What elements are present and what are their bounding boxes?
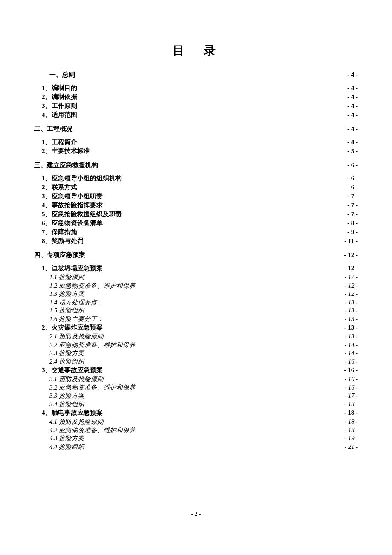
toc-entry-label: 1、边坡坍塌应急预案 [42,265,103,272]
toc-entry-label: 6、应急物资设备清单 [42,220,103,226]
toc-entry-label: 8、奖励与处罚 [42,238,84,244]
toc-entry: 2、联系方式- 6 - [34,184,358,191]
toc-entry: 4、事故抢险指挥要求- 7 - [34,202,358,208]
toc-entry-label: 2、联系方式 [42,184,77,191]
toc-entry: 2、编制依据- 4 - [34,94,358,100]
toc-entry: 2、主要技术标准- 5 - [34,148,358,154]
toc-entry-page: - 17 - [345,393,358,399]
toc-entry-page: - 21 - [345,444,358,450]
toc-entry-label: 4.1 预防及抢险原则 [49,419,104,425]
toc-entry-label: 1、编制目的 [42,85,77,91]
toc-entry-label: 3、交通事故应急预案 [42,367,103,373]
toc-entry-label: 3.4 抢险组织 [49,401,84,408]
toc-entry-label: 7、保障措施 [42,229,77,235]
toc-entry-page: - 4 - [347,94,358,100]
toc-entry: 1、编制目的- 4 - [34,85,358,91]
toc-entry: 一、总则- 4 - [34,72,358,78]
toc-entry: 2.4 抢险组织- 16 - [34,358,358,365]
toc-entry: 8、奖励与处罚- 11 - [34,238,358,244]
toc-entry-page: - 12 - [344,252,358,258]
toc-entry-label: 2.1 预防及抢险原则 [49,333,104,340]
toc-entry: 2、火灾爆炸应急预案- 13 - [34,324,358,331]
toc-entry-page: - 12 - [345,274,358,280]
toc-entry: 1.3 抢险方案- 12 - [34,291,358,297]
toc-entry-label: 5、应急抢险救援组织及职责 [42,211,122,217]
toc-entry: 四、专项应急预案- 12 - [34,252,358,258]
toc-entry: 3、交通事故应急预案- 16 - [34,367,358,373]
toc-entry-page: - 12 - [344,265,358,272]
toc-entry-label: 4.2 应急物资准备、维护和保养 [49,427,135,434]
toc-entry: 3.1 预防及抢险原则- 16 - [34,376,358,382]
toc-entry-page: - 6 - [347,162,358,168]
page: 目 录 一、总则- 4 -1、编制目的- 4 -2、编制依据- 4 -3、工作原… [0,0,392,469]
toc-entry-page: - 13 - [345,333,358,340]
toc-entry: 2.1 预防及抢险原则- 13 - [34,333,358,340]
toc-entry: 1、应急领导小组的组织机构- 6 - [34,175,358,182]
toc-entry: 1.5 抢险组织- 13 - [34,307,358,314]
toc-entry-label: 1.6 抢险主要分工： [49,316,104,322]
toc-entry-page: - 4 - [347,112,358,118]
toc-entry: 6、应急物资设备清单- 8 - [34,220,358,226]
toc-entry: 4.1 预防及抢险原则- 18 - [34,419,358,425]
toc-entry: 7、保障措施- 9 - [34,229,358,235]
toc-entry-page: - 13 - [344,324,358,331]
toc-entry-label: 3.2 应急物资准备、维护和保养 [49,384,135,391]
toc-entry: 1、边坡坍塌应急预案- 12 - [34,265,358,272]
toc-entry: 3.3 抢险方案- 17 - [34,393,358,399]
toc-entry-label: 4.3 抢险方案 [49,435,84,442]
toc-entry-label: 4、触电事故应急预案 [42,410,103,416]
toc-entry-page: - 16 - [345,384,358,391]
toc-entry-page: - 13 - [345,299,358,306]
toc-entry-label: 一、总则 [49,72,75,78]
toc-entry-label: 1.3 抢险方案 [49,291,84,297]
toc-entry: 4、适用范围- 4 - [34,112,358,118]
toc-entry-page: - 12 - [345,291,358,297]
toc-entry: 1、工程简介- 4 - [34,139,358,145]
toc-entry-label: 3、应急领导小组职责 [42,193,103,199]
toc-entry-page: - 14 - [345,350,358,356]
toc-entry-label: 3、工作原则 [42,103,77,109]
toc-entry-label: 2.3 抢险方案 [49,350,84,356]
toc-entry-page: - 7 - [347,211,358,217]
toc-entry-label: 2.2 应急物资准备、维护和保养 [49,342,135,348]
toc-entry: 3、工作原则- 4 - [34,103,358,109]
toc-entry: 1.6 抢险主要分工：- 13 - [34,316,358,322]
toc-entry: 5、应急抢险救援组织及职责- 7 - [34,211,358,217]
toc-entry: 2.3 抢险方案- 14 - [34,350,358,356]
page-title: 目 录 [34,43,358,59]
toc-entry-page: - 4 - [347,126,358,132]
toc-entry-page: - 7 - [347,193,358,199]
toc-entry-label: 1.5 抢险组织 [49,307,84,314]
toc-entry-label: 3.3 抢险方案 [49,393,84,399]
toc-entry-label: 三、建立应急救援机构 [34,162,98,168]
toc-entry-page: - 19 - [345,435,358,442]
toc-entry: 1.2 应急物资准备、维护和保养- 12 - [34,283,358,289]
toc-entry-label: 1.2 应急物资准备、维护和保养 [49,283,135,289]
toc-entry-page: - 4 - [347,85,358,91]
toc-entry-page: - 4 - [347,139,358,145]
toc-entry-page: - 16 - [345,376,358,382]
toc-entry-page: - 6 - [347,175,358,182]
toc-entry-label: 1.1 抢险原则 [49,274,84,280]
toc-entry: 1.1 抢险原则- 12 - [34,274,358,280]
toc-entry-label: 1、应急领导小组的组织机构 [42,175,122,182]
toc-entry-label: 1、工程简介 [42,139,77,145]
toc-entry-page: - 9 - [347,229,358,235]
toc-entry-page: - 4 - [347,103,358,109]
table-of-contents: 一、总则- 4 -1、编制目的- 4 -2、编制依据- 4 -3、工作原则- 4… [34,72,358,450]
toc-entry-label: 2、编制依据 [42,94,77,100]
toc-entry-page: - 14 - [345,342,358,348]
toc-entry-page: - 16 - [345,358,358,365]
toc-entry-page: - 18 - [344,410,358,416]
toc-entry: 3、应急领导小组职责- 7 - [34,193,358,199]
page-number: - 2 - [0,511,392,517]
toc-entry: 3.2 应急物资准备、维护和保养- 16 - [34,384,358,391]
toc-entry-label: 四、专项应急预案 [34,252,85,258]
toc-entry-label: 二、工程概况 [34,126,72,132]
toc-entry-page: - 16 - [344,367,358,373]
toc-entry-label: 2、火灾爆炸应急预案 [42,324,103,331]
toc-entry-page: - 18 - [345,427,358,434]
toc-entry-page: - 8 - [347,220,358,226]
toc-entry: 三、建立应急救援机构- 6 - [34,162,358,168]
toc-entry: 1.4 塌方处理要点：- 13 - [34,299,358,306]
